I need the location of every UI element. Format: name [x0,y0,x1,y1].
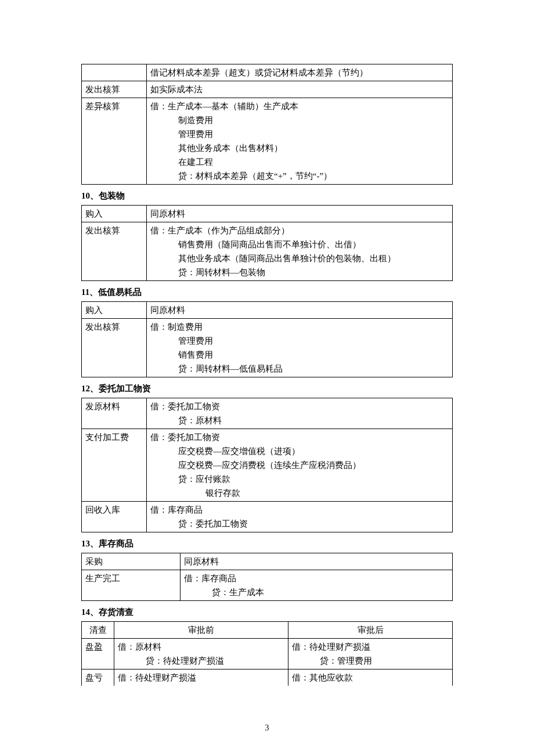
entry-line: 借：委托加工物资 [150,399,449,413]
section-heading: 14、存货清查 [81,607,453,618]
entry-line: 借：库存商品 [184,571,449,585]
table-low-value: 购入 同原材料 发出核算 借：制造费用 管理费用 销售费用 贷：周转材料—低值易… [81,301,453,377]
entry-line: 其他业务成本（随同商品出售单独计价的包装物、出租） [150,251,449,265]
cell: 发出核算 [82,81,147,98]
entry-line: 贷：原材料 [150,413,449,427]
entry-line: 贷：周转材料—包装物 [150,265,449,279]
table-row: 支付加工费 借：委托加工物资 应交税费—应交增值税（进项） 应交税费—应交消费税… [82,429,453,502]
cell: 借：委托加工物资 贷：原材料 [147,398,453,429]
cell: 借：委托加工物资 应交税费—应交增值税（进项） 应交税费—应交消费税（连续生产应… [147,429,453,502]
entry-line: 贷：委托加工物资 [150,517,449,531]
entry-line: 借：生产成本—基本（辅助）生产成本 [150,99,449,113]
table-row: 发出核算 借：制造费用 管理费用 销售费用 贷：周转材料—低值易耗品 [82,319,453,377]
cell: 借：待处理财产损溢 贷：管理费用 [288,639,453,669]
cell: 生产完工 [82,570,181,601]
table-inventory-check: 清查 审批前 审批后 盘盈 借：原材料 贷：待处理财产损溢 借：待处理财产损溢 … [81,621,453,686]
cell: 借：其他应收款 [288,669,453,686]
header-cell: 审批后 [288,622,453,639]
table-row: 采购 同原材料 [82,553,453,570]
entry-line: 银行存款 [150,486,449,500]
cell: 借：生产成本—基本（辅助）生产成本 制造费用 管理费用 其他业务成本（出售材料）… [147,98,453,185]
section-heading: 13、库存商品 [81,538,453,549]
table-row: 清查 审批前 审批后 [82,622,453,639]
cell [82,64,147,81]
entry-line: 借：原材料 [118,640,284,654]
cell: 差异核算 [82,98,147,185]
cell: 购入 [82,206,147,222]
cell: 借：待处理财产损溢 [114,669,288,686]
entry-line: 管理费用 [150,127,449,141]
entry-line: 借：制造费用 [150,320,449,334]
cell: 发原材料 [82,398,147,429]
cell: 同原材料 [147,302,453,319]
entry-line: 借：待处理财产损溢 [292,640,449,654]
cell: 同原材料 [181,553,453,570]
entry-line: 应交税费—应交增值税（进项） [150,444,449,458]
entry-line: 销售费用 [150,348,449,362]
cell: 借：库存商品 贷：委托加工物资 [147,502,453,532]
cell: 借：生产成本（作为产品组成部分） 销售费用（随同商品出售而不单独计价、出借） 其… [147,222,453,281]
section-heading: 11、低值易耗品 [81,287,453,298]
header-cell: 清查 [82,622,114,639]
entry-line: 管理费用 [150,334,449,348]
table-row: 发原材料 借：委托加工物资 贷：原材料 [82,398,453,429]
table-row: 发出核算 如实际成本法 [82,81,453,98]
header-cell: 审批前 [114,622,288,639]
entry-line: 借：其他应收款 [292,671,449,685]
entry-line: 应交税费—应交消费税（连续生产应税消费品） [150,458,449,472]
cell: 同原材料 [147,206,453,222]
entry-line: 其他业务成本（出售材料） [150,141,449,155]
entry-line: 贷：待处理财产损溢 [118,654,284,668]
entry-line: 贷：周转材料—低值易耗品 [150,362,449,376]
cell: 盘盈 [82,639,114,669]
table-row: 购入 同原材料 [82,206,453,222]
cell: 借：库存商品 贷：生产成本 [181,570,453,601]
table-row: 差异核算 借：生产成本—基本（辅助）生产成本 制造费用 管理费用 其他业务成本（… [82,98,453,185]
entry-line: 借：库存商品 [150,503,449,517]
table-row: 借记材料成本差异（超支）或贷记材料成本差异（节约） [82,64,453,81]
entry-line: 贷：材料成本差异（超支“+”，节约“-”） [150,169,449,183]
entry-line: 销售费用（随同商品出售而不单独计价、出借） [150,237,449,251]
cell: 如实际成本法 [147,81,453,98]
cell: 购入 [82,302,147,319]
table-row: 发出核算 借：生产成本（作为产品组成部分） 销售费用（随同商品出售而不单独计价、… [82,222,453,281]
entry-line: 在建工程 [150,155,449,169]
entry-line: 制造费用 [150,113,449,127]
entry-line: 借：生产成本（作为产品组成部分） [150,224,449,237]
cell: 采购 [82,553,181,570]
cell: 回收入库 [82,502,147,532]
table-row: 盘盈 借：原材料 贷：待处理财产损溢 借：待处理财产损溢 贷：管理费用 [82,639,453,669]
entry-line: 贷：管理费用 [292,654,449,668]
document-page: 借记材料成本差异（超支）或贷记材料成本差异（节约） 发出核算 如实际成本法 差异… [0,0,534,756]
section-heading: 10、包装物 [81,190,453,201]
cell: 借记材料成本差异（超支）或贷记材料成本差异（节约） [147,64,453,81]
table-row: 购入 同原材料 [82,302,453,319]
table-row: 生产完工 借：库存商品 贷：生产成本 [82,570,453,601]
entry-line: 借：待处理财产损溢 [118,671,284,685]
cell: 支付加工费 [82,429,147,502]
cell: 借：制造费用 管理费用 销售费用 贷：周转材料—低值易耗品 [147,319,453,377]
table-inventory-goods: 采购 同原材料 生产完工 借：库存商品 贷：生产成本 [81,553,453,601]
entry-line: 借：委托加工物资 [150,430,449,444]
entry-line: 贷：生产成本 [184,585,449,599]
table-continuation: 借记材料成本差异（超支）或贷记材料成本差异（节约） 发出核算 如实际成本法 差异… [81,64,453,185]
table-row: 盘亏 借：待处理财产损溢 借：其他应收款 [82,669,453,686]
entry-line: 贷：应付账款 [150,472,449,486]
page-number: 3 [0,723,534,733]
cell: 盘亏 [82,669,114,686]
table-packaging: 购入 同原材料 发出核算 借：生产成本（作为产品组成部分） 销售费用（随同商品出… [81,205,453,281]
table-row: 回收入库 借：库存商品 贷：委托加工物资 [82,502,453,532]
table-outsourced-processing: 发原材料 借：委托加工物资 贷：原材料 支付加工费 借：委托加工物资 应交税费—… [81,398,453,532]
cell: 借：原材料 贷：待处理财产损溢 [114,639,288,669]
cell: 发出核算 [82,222,147,281]
section-heading: 12、委托加工物资 [81,383,453,394]
cell: 发出核算 [82,319,147,377]
